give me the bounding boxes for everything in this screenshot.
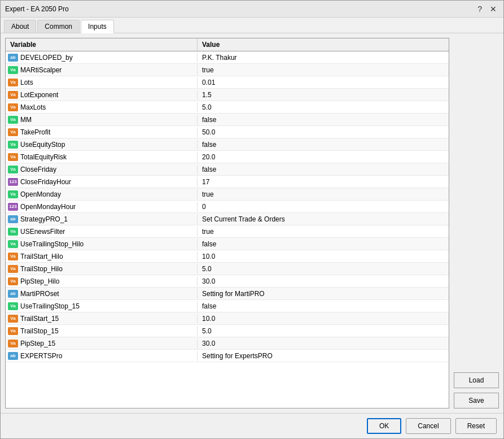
cell-value: 5.0	[198, 326, 449, 336]
variable-name: UseTrailingStop_Hilo	[20, 240, 84, 248]
cell-value: P.K. Thakur	[198, 53, 449, 63]
table-row[interactable]: VaUseEquityStopfalse	[6, 138, 449, 151]
close-button[interactable]: ✕	[488, 5, 499, 13]
cell-variable: VaTrailStop_15	[6, 326, 198, 336]
table-row[interactable]: VaTrailStart_1510.0	[6, 312, 449, 325]
cancel-button[interactable]: Cancel	[406, 418, 450, 434]
dialog-footer: OK Cancel Reset	[1, 413, 503, 438]
type-icon: Va	[8, 116, 18, 124]
type-icon: Va	[8, 265, 18, 273]
reset-button[interactable]: Reset	[455, 418, 497, 434]
type-icon: Va	[8, 91, 18, 99]
tab-common[interactable]: Common	[37, 20, 80, 33]
help-button[interactable]: ?	[475, 5, 484, 13]
load-button[interactable]: Load	[454, 372, 499, 388]
table-body[interactable]: abDEVELOPED_byP.K. ThakurVaMARtiScalpert…	[6, 51, 449, 408]
type-icon: Va	[8, 66, 18, 74]
variable-name: MartiPROset	[20, 290, 59, 298]
table-row[interactable]: VaMARtiScalpertrue	[6, 64, 449, 76]
cell-variable: VaMARtiScalper	[6, 65, 198, 75]
variable-name: MaxLots	[20, 103, 46, 111]
table-row[interactable]: abMartiPROsetSetting for MartiPRO	[6, 288, 449, 300]
table-row[interactable]: VaLots0.01	[6, 76, 449, 89]
table-row[interactable]: 123OpenMondayHour0	[6, 201, 449, 213]
titlebar-controls: ? ✕	[475, 5, 499, 13]
cell-variable: VaOpenMonday	[6, 189, 198, 199]
cell-variable: VaUSEnewsFilter	[6, 227, 198, 237]
variable-name: TakeProfit	[20, 128, 50, 136]
table-row[interactable]: VaTrailStop_Hilo5.0	[6, 263, 449, 275]
table-row[interactable]: abStrategyPRO_1Set Current Trade & Order…	[6, 213, 449, 225]
tab-about[interactable]: About	[4, 20, 36, 33]
table-row[interactable]: abDEVELOPED_byP.K. Thakur	[6, 51, 449, 64]
table-row[interactable]: VaTotalEquityRisk20.0	[6, 151, 449, 163]
cell-value: Setting for ExpertsPRO	[198, 351, 449, 361]
type-icon: Va	[8, 228, 18, 236]
cell-variable: VaPipStep_Hilo	[6, 276, 198, 286]
type-icon: Va	[8, 277, 18, 285]
cell-variable: VaLotExponent	[6, 90, 198, 100]
table-row[interactable]: VaMMfalse	[6, 114, 449, 126]
variable-name: CloseFriday	[20, 166, 56, 173]
table-header: Variable Value	[6, 38, 449, 51]
type-icon: ab	[8, 215, 18, 223]
table-row[interactable]: VaPipStep_Hilo30.0	[6, 275, 449, 288]
table-row[interactable]: VaUSEnewsFiltertrue	[6, 225, 449, 238]
variable-name: UseEquityStop	[20, 141, 65, 149]
type-icon: Va	[8, 327, 18, 335]
table-row[interactable]: VaOpenMondaytrue	[6, 188, 449, 201]
type-icon: ab	[8, 352, 18, 360]
cell-variable: VaTakeProfit	[6, 127, 198, 137]
cell-variable: VaUseTrailingStop_Hilo	[6, 239, 198, 249]
cell-variable: abDEVELOPED_by	[6, 53, 198, 63]
table-row[interactable]: VaTrailStop_155.0	[6, 325, 449, 337]
cell-variable: VaMaxLots	[6, 102, 198, 112]
table-row[interactable]: VaTakeProfit50.0	[6, 126, 449, 138]
cell-value: true	[198, 227, 449, 237]
cell-variable: abStrategyPRO_1	[6, 214, 198, 224]
save-button[interactable]: Save	[454, 393, 499, 408]
type-icon: Va	[8, 240, 18, 248]
table-row[interactable]: VaPipStep_1530.0	[6, 337, 449, 350]
cell-value: false	[198, 115, 449, 125]
cell-value: false	[198, 239, 449, 249]
variable-name: StrategyPRO_1	[20, 215, 68, 223]
table-row[interactable]: VaTrailStart_Hilo10.0	[6, 250, 449, 263]
type-icon: Va	[8, 315, 18, 323]
cell-value: 5.0	[198, 264, 449, 274]
variable-name: PipStep_Hilo	[20, 277, 59, 285]
type-icon: Va	[8, 302, 18, 310]
type-icon: Va	[8, 190, 18, 198]
content-area: Variable Value abDEVELOPED_byP.K. Thakur…	[1, 33, 503, 413]
table-row[interactable]: abEXPERTSProSetting for ExpertsPRO	[6, 350, 449, 362]
cell-variable: VaTrailStart_Hilo	[6, 251, 198, 262]
cell-value: false	[198, 164, 449, 175]
variable-name: TotalEquityRisk	[20, 153, 67, 161]
col-value-header: Value	[198, 38, 449, 51]
cell-value: 0	[198, 202, 449, 212]
cell-variable: VaUseEquityStop	[6, 140, 198, 150]
tabs-bar: About Common Inputs	[1, 18, 503, 33]
table-row[interactable]: 123CloseFridayHour17	[6, 176, 449, 188]
variable-name: TrailStart_15	[20, 315, 59, 323]
variable-name: OpenMondayHour	[20, 203, 76, 211]
variable-name: TrailStop_15	[20, 327, 59, 335]
table-row[interactable]: VaCloseFridayfalse	[6, 163, 449, 176]
ok-button[interactable]: OK	[367, 418, 401, 434]
cell-variable: VaTrailStart_15	[6, 314, 198, 324]
cell-variable: VaTotalEquityRisk	[6, 152, 198, 162]
table-row[interactable]: VaUseTrailingStop_Hilofalse	[6, 238, 449, 250]
variable-name: LotExponent	[20, 91, 58, 99]
cell-value: 17	[198, 177, 449, 187]
table-row[interactable]: VaLotExponent1.5	[6, 89, 449, 101]
type-icon: Va	[8, 340, 18, 347]
variable-name: MARtiScalper	[20, 66, 62, 74]
cell-value: 0.01	[198, 77, 449, 88]
table-row[interactable]: VaUseTrailingStop_15false	[6, 300, 449, 312]
tab-inputs[interactable]: Inputs	[81, 20, 114, 33]
cell-variable: abEXPERTSPro	[6, 351, 198, 361]
cell-value: 5.0	[198, 102, 449, 112]
cell-variable: VaTrailStop_Hilo	[6, 264, 198, 274]
variable-name: PipStep_15	[20, 340, 55, 347]
table-row[interactable]: VaMaxLots5.0	[6, 101, 449, 114]
